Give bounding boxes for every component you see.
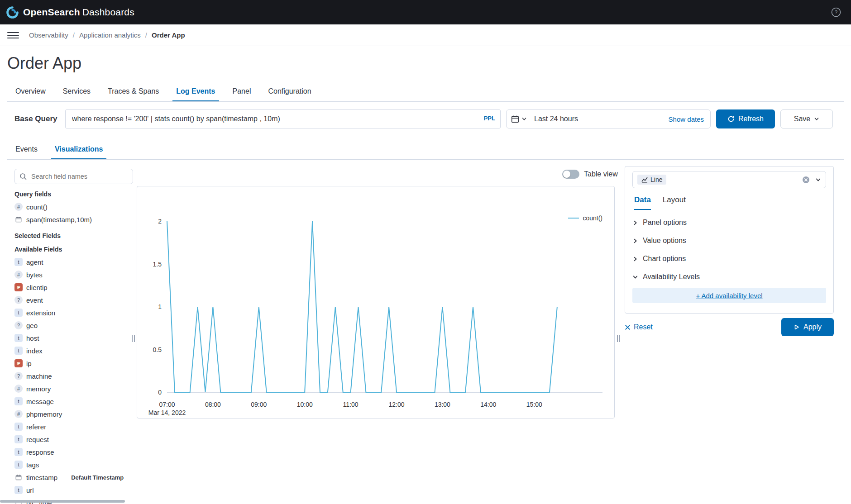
svg-text:0.5: 0.5	[153, 346, 162, 353]
chevron-down-icon	[632, 274, 638, 280]
field-name: count()	[26, 203, 48, 211]
breadcrumb: Observability / Application analytics / …	[29, 31, 185, 39]
field-name: clientip	[26, 284, 48, 291]
field-item-url[interactable]: turl	[14, 484, 133, 496]
brand-light: Dashboards	[82, 7, 134, 17]
show-dates-link[interactable]: Show dates	[669, 115, 710, 123]
field-item-memory[interactable]: #memory	[14, 382, 133, 395]
field-name: timestamp	[26, 474, 57, 481]
query-fields-title: Query fields	[14, 190, 133, 198]
unknown-field-icon: ?	[14, 372, 23, 380]
reset-button[interactable]: Reset	[625, 323, 653, 331]
date-quick-select-button[interactable]	[507, 110, 531, 128]
svg-text:12:00: 12:00	[388, 401, 404, 408]
field-item-index[interactable]: tindex	[14, 344, 133, 357]
tab-configuration[interactable]: Configuration	[264, 82, 315, 101]
text-field-icon: t	[14, 347, 23, 355]
svg-text:10:00: 10:00	[297, 401, 313, 408]
field-item-agent[interactable]: tagent	[14, 256, 133, 268]
time-range-value[interactable]: Last 24 hours	[531, 115, 669, 123]
text-field-icon: t	[14, 258, 23, 266]
viz-type-chip: Line	[637, 175, 666, 185]
number-field-icon: #	[14, 203, 23, 211]
svg-text:13:00: 13:00	[435, 401, 450, 408]
text-field-icon: t	[14, 309, 23, 317]
accordion-availability-levels[interactable]: Availability Levels	[632, 268, 826, 286]
field-name: span(timestamp,10m)	[26, 216, 92, 223]
brand[interactable]: OpenSearchDashboards	[6, 6, 134, 19]
field-item-message[interactable]: tmessage	[14, 395, 133, 408]
save-label: Save	[794, 115, 810, 123]
field-item-tags[interactable]: ttags	[14, 458, 133, 471]
query-input-wrap: PPL	[65, 109, 501, 128]
app-header: OpenSearchDashboards ?	[0, 0, 851, 24]
field-item-clientip[interactable]: IPclientip	[14, 281, 133, 294]
resize-handle-right[interactable]	[615, 332, 622, 345]
field-name: request	[26, 436, 49, 443]
text-field-icon: t	[14, 448, 23, 456]
query-fields-list: #count()span(timestamp,10m)	[14, 200, 133, 226]
tab-visualizations[interactable]: Visualizations	[51, 140, 106, 159]
breadcrumb-observability[interactable]: Observability	[29, 31, 68, 39]
field-item-phpmemory[interactable]: #phpmemory	[14, 408, 133, 420]
field-name: machine	[26, 372, 52, 380]
tab-traces-spans[interactable]: Traces & Spans	[104, 82, 163, 101]
field-item-bytes[interactable]: #bytes	[14, 268, 133, 281]
accordion-panel-options[interactable]: Panel options	[632, 214, 826, 232]
field-name: host	[26, 334, 39, 342]
field-item-referer[interactable]: treferer	[14, 420, 133, 433]
help-icon[interactable]: ?	[830, 6, 842, 18]
toggle-knob	[563, 171, 570, 178]
breadcrumb-current: Order App	[152, 31, 185, 39]
field-search-input[interactable]	[30, 172, 128, 181]
tab-panel[interactable]: Panel	[229, 82, 255, 101]
table-view-label: Table view	[584, 170, 618, 178]
accordion-chart-options[interactable]: Chart options	[632, 250, 826, 268]
breadcrumb-application-analytics[interactable]: Application analytics	[79, 31, 141, 39]
apply-button[interactable]: Apply	[781, 318, 834, 336]
field-item-geo[interactable]: ?geo	[14, 319, 133, 332]
refresh-button[interactable]: Refresh	[716, 109, 775, 128]
calendar-icon	[511, 115, 519, 123]
viz-type-select[interactable]: Line	[632, 171, 826, 188]
text-field-icon: t	[14, 461, 23, 469]
chevron-down-icon	[814, 116, 819, 122]
field-item-response[interactable]: tresponse	[14, 446, 133, 458]
add-availability-level-button[interactable]: + Add availability level	[632, 288, 826, 303]
svg-text:1: 1	[158, 303, 162, 310]
sidebar-horizontal-scrollbar[interactable]	[0, 500, 125, 503]
field-item-ip[interactable]: IPip	[14, 357, 133, 370]
save-button[interactable]: Save	[780, 109, 833, 128]
accordion-value-options[interactable]: Value options	[632, 232, 826, 250]
field-item-host[interactable]: thost	[14, 332, 133, 344]
field-item-count()[interactable]: #count()	[14, 200, 133, 213]
query-bar: Base Query PPL Last 24 hours Show dates …	[7, 109, 844, 128]
field-name: extension	[26, 309, 55, 317]
line-chart-icon	[641, 176, 648, 183]
sub-tabs: Events Visualizations	[7, 140, 844, 160]
tab-layout[interactable]: Layout	[663, 195, 686, 210]
menu-icon[interactable]	[7, 29, 19, 41]
resize-handle-left[interactable]	[130, 332, 136, 345]
available-fields-title: Available Fields	[14, 246, 133, 253]
svg-text:1.5: 1.5	[153, 261, 162, 268]
tab-services[interactable]: Services	[59, 82, 94, 101]
tab-data[interactable]: Data	[634, 195, 651, 210]
field-item-machine[interactable]: ?machine	[14, 370, 133, 382]
field-item-request[interactable]: trequest	[14, 433, 133, 446]
tab-overview[interactable]: Overview	[12, 82, 49, 101]
field-item-event[interactable]: ?event	[14, 294, 133, 306]
table-view-toggle[interactable]	[562, 170, 579, 179]
field-item-span(timestamp,10m)[interactable]: span(timestamp,10m)	[14, 213, 133, 226]
tab-events[interactable]: Events	[12, 140, 41, 159]
base-query-input[interactable]	[65, 109, 501, 128]
tab-log-events[interactable]: Log Events	[172, 82, 219, 101]
chevron-down-icon[interactable]	[815, 177, 821, 183]
chart-legend[interactable]: count()	[568, 214, 602, 222]
field-item-extension[interactable]: textension	[14, 306, 133, 319]
field-item-timestamp[interactable]: timestampDefault Timestamp	[14, 471, 133, 484]
svg-text:08:00: 08:00	[205, 401, 221, 408]
field-search-box	[14, 169, 133, 184]
clear-selection-icon[interactable]	[802, 176, 810, 184]
breadcrumb-bar: Observability / Application analytics / …	[0, 24, 851, 46]
